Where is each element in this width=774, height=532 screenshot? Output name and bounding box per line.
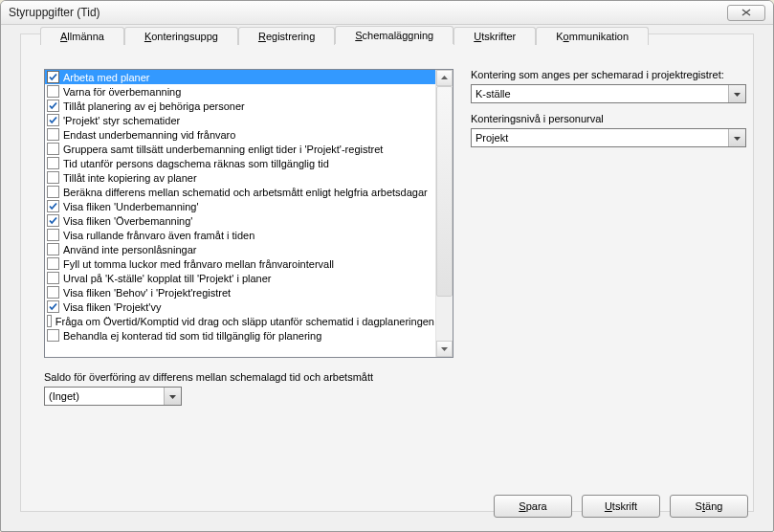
kontering-schemarad-label: Kontering som anges per schemarad i proj… [471,69,724,80]
list-item[interactable]: Arbeta med planer [45,70,436,84]
tab-4[interactable]: Utskrifter [453,27,536,45]
list-item-checkbox[interactable] [47,300,59,313]
window-close-button[interactable] [727,5,765,21]
list-item[interactable]: Behandla ej konterad tid som tid tillgän… [45,328,436,343]
saldo-combo[interactable]: (Inget) [44,387,182,406]
dialog-window: Styruppgifter (Tid) AllmännaKonteringsup… [0,0,774,532]
client-area: AllmännaKonteringsuppgRegistreringSchema… [9,30,765,523]
list-item-label: 'Projekt' styr schematider [63,115,180,126]
combo-arrow-button[interactable] [728,85,745,102]
list-item-checkbox[interactable] [47,186,59,198]
tab-0[interactable]: Allmänna [40,27,124,45]
list-item-label: Visa fliken 'Behov' i 'Projekt'registret [63,287,231,299]
list-item[interactable]: 'Projekt' styr schematider [45,113,436,127]
list-item-label: Tillåt inte kopiering av planer [63,172,197,184]
save-button[interactable]: Spara [494,495,572,518]
dialog-footer: Spara Utskrift Stäng [9,489,765,523]
options-listbox[interactable]: Arbeta med planerVarna för överbemanning… [44,69,453,358]
list-item-checkbox[interactable] [47,329,59,342]
tab-1[interactable]: Konteringsuppg [124,27,238,45]
list-item-checkbox[interactable] [47,257,59,270]
scrollbar-down-button[interactable] [436,341,453,357]
list-item-label: Varna för överbemanning [63,86,181,98]
list-item-checkbox[interactable] [47,143,59,155]
saldo-value: (Inget) [49,388,164,405]
konteringsniva-combo[interactable]: Projekt [471,128,746,147]
scrollbar-up-button[interactable] [436,70,453,86]
list-item-checkbox[interactable] [47,272,59,284]
list-item[interactable]: Visa fliken 'Projekt'vy [45,299,436,314]
chevron-down-icon [734,135,741,142]
list-item-label: Använd inte personlåsningar [63,244,196,255]
chevron-up-icon [441,75,448,81]
list-item[interactable]: Beräkna differens mellan schematid och a… [45,185,436,199]
tab-5[interactable]: Kommunikation [536,27,649,45]
listbox-scrollbar[interactable] [435,70,453,357]
print-button[interactable]: Utskrift [582,495,660,518]
list-item-label: Gruppera samt tillsätt underbemanning en… [63,144,383,155]
list-item[interactable]: Urval på 'K-ställe' kopplat till 'Projek… [45,271,436,285]
scrollbar-thumb[interactable] [436,86,453,297]
list-item-checkbox[interactable] [47,114,59,126]
list-item[interactable]: Tillåt inte kopiering av planer [45,170,436,185]
list-item-label: Fyll ut tomma luckor med frånvaro mellan… [63,258,334,270]
options-list-viewport: Arbeta med planerVarna för överbemanning… [45,70,436,357]
list-item-checkbox[interactable] [47,229,59,241]
combo-arrow-button[interactable] [728,129,745,146]
list-item-label: Behandla ej konterad tid som tid tillgän… [63,330,321,342]
list-item-label: Tid utanför persons dagschema räknas som… [63,158,329,169]
tab-3[interactable]: Schemaläggning [335,26,453,44]
list-item[interactable]: Fyll ut tomma luckor med frånvaro mellan… [45,256,436,271]
list-item-checkbox[interactable] [47,243,59,255]
titlebar: Styruppgifter (Tid) [1,1,773,25]
list-item-checkbox[interactable] [47,157,59,169]
list-item[interactable]: Endast underbemanning vid frånvaro [45,127,436,142]
list-item[interactable]: Visa fliken 'Överbemanning' [45,213,436,228]
list-item-label: Arbeta med planer [63,72,150,83]
list-item-label: Visa fliken 'Överbemanning' [63,215,192,227]
list-item[interactable]: Visa fliken 'Underbemanning' [45,199,436,213]
list-item[interactable]: Visa fliken 'Behov' i 'Projekt'registret [45,285,436,299]
list-item-checkbox[interactable] [47,100,59,112]
chevron-down-icon [441,345,448,352]
close-button[interactable]: Stäng [670,495,748,518]
list-item-checkbox[interactable] [47,85,59,98]
list-item-label: Visa rullande frånvaro även framåt i tid… [63,230,254,241]
list-item-checkbox[interactable] [47,315,52,327]
list-item-label: Endast underbemanning vid frånvaro [63,129,235,141]
tabstrip: AllmännaKonteringsuppgRegistreringSchema… [40,26,649,44]
list-item[interactable]: Tillåt planering av ej behöriga personer [45,99,436,113]
tab-2[interactable]: Registrering [238,27,335,45]
list-item[interactable]: Visa rullande frånvaro även framåt i tid… [45,228,436,242]
list-item[interactable]: Använd inte personlåsningar [45,242,436,256]
list-item[interactable]: Tid utanför persons dagschema räknas som… [45,156,436,170]
close-icon [741,9,751,16]
list-item[interactable]: Fråga om Övertid/Komptid vid drag och sl… [45,314,436,328]
list-item-checkbox[interactable] [47,200,59,212]
konteringsniva-value: Projekt [475,129,728,146]
kontering-schemarad-value: K-ställe [475,85,728,102]
window-title: Styruppgifter (Tid) [9,1,100,24]
content-frame: AllmännaKonteringsuppgRegistreringSchema… [20,33,754,512]
list-item-label: Tillåt planering av ej behöriga personer [63,100,245,112]
list-item-checkbox[interactable] [47,128,59,141]
chevron-down-icon [734,91,741,98]
list-item-label: Visa fliken 'Underbemanning' [63,201,199,212]
list-item-checkbox[interactable] [47,214,59,227]
combo-arrow-button[interactable] [164,388,181,405]
list-item-label: Visa fliken 'Projekt'vy [63,301,161,313]
chevron-down-icon [169,393,176,400]
list-item-checkbox[interactable] [47,71,59,83]
list-item[interactable]: Varna för överbemanning [45,84,436,99]
list-item-checkbox[interactable] [47,286,59,299]
list-item-checkbox[interactable] [47,171,59,184]
list-item-label: Fråga om Övertid/Komptid vid drag och sl… [55,316,434,327]
list-item-label: Urval på 'K-ställe' kopplat till 'Projek… [63,273,272,284]
saldo-label: Saldo för överföring av differens mellan… [44,371,373,383]
kontering-schemarad-combo[interactable]: K-ställe [471,84,746,103]
list-item-label: Beräkna differens mellan schematid och a… [63,187,428,198]
konteringsniva-label: Konteringsnivå i personurval [471,113,604,124]
list-item[interactable]: Gruppera samt tillsätt underbemanning en… [45,142,436,156]
